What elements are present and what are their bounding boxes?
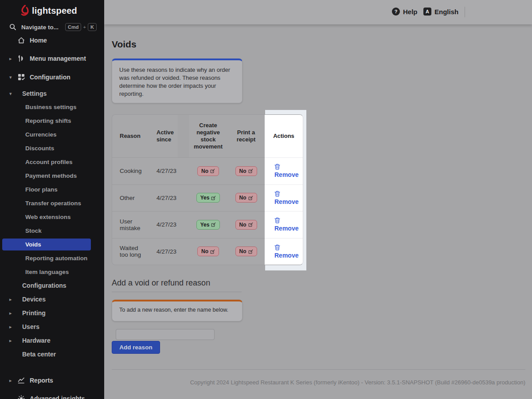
remove-link[interactable]: Remove <box>274 198 298 205</box>
pill-value: No <box>239 168 246 174</box>
help-label: Help <box>403 8 418 16</box>
sidebar-item-label: Voids <box>25 241 41 248</box>
lightspeed-logo[interactable]: lightspeed <box>20 5 77 17</box>
info-text: Use these reasons to indicate why an ord… <box>119 66 235 98</box>
language-icon: A <box>423 8 431 16</box>
sidebar-item-floor-plans[interactable]: Floor plans <box>0 184 104 195</box>
sidebar-item-menu-management[interactable]: ▸ Menu management <box>0 53 104 64</box>
print-receipt-cell: No <box>227 184 265 211</box>
chevron-right-icon: ▸ <box>9 297 12 302</box>
new-reason-input[interactable] <box>116 329 215 340</box>
column-header-print-receipt: Print a receipt <box>227 115 265 157</box>
logo-wordmark: lightspeed <box>32 6 77 16</box>
sidebar-item-hardware[interactable]: ▸Hardware <box>0 335 104 346</box>
menu-management-icon <box>17 55 25 63</box>
sidebar-item-users[interactable]: ▸Users <box>0 321 104 332</box>
search-icon <box>9 23 16 31</box>
sidebar-item-transfer-operations[interactable]: Transfer operations <box>0 197 104 209</box>
edit-icon <box>211 222 216 227</box>
sidebar-item-beta-center[interactable]: Beta center <box>0 348 104 360</box>
sidebar-item-label: Home <box>30 37 47 44</box>
sidebar-item-reporting-shifts[interactable]: Reporting shifts <box>0 115 104 126</box>
sidebar-item-advanced-insights[interactable]: Advanced insights <box>0 393 104 399</box>
sidebar-item-label: Devices <box>22 296 46 303</box>
sidebar-item-settings[interactable]: ▾ Settings <box>0 88 104 99</box>
pill-value: No <box>201 168 208 174</box>
negative-stock-cell: No <box>189 238 227 265</box>
pill-value: Yes <box>200 222 210 228</box>
sidebar-item-item-languages[interactable]: Item languages <box>0 266 104 278</box>
navigate-label: Navigate to... <box>21 24 59 31</box>
sidebar-item-label: Users <box>22 323 39 330</box>
sidebar-item-label: Menu management <box>30 55 86 62</box>
remove-link[interactable]: Remove <box>274 171 298 178</box>
sidebar-item-reporting-automation[interactable]: Reporting automation <box>0 252 104 264</box>
print-receipt-cell: No <box>227 238 265 265</box>
chevron-right-icon: ▸ <box>9 378 12 383</box>
sidebar-item-devices[interactable]: ▸Devices <box>0 293 104 305</box>
trash-icon[interactable] <box>274 191 280 197</box>
sidebar-item-configurations[interactable]: Configurations <box>0 280 104 291</box>
sidebar-item-stock[interactable]: Stock <box>0 225 104 236</box>
navigate-search[interactable]: Navigate to... Cmd + K <box>0 21 104 34</box>
shortcut-keys: Cmd + K <box>65 23 97 31</box>
negative-stock-toggle[interactable]: Yes <box>196 220 220 230</box>
plus-sign: + <box>83 24 86 30</box>
sidebar-item-configuration[interactable]: ▾ Configuration <box>0 71 104 83</box>
trash-icon[interactable] <box>274 164 280 170</box>
sidebar-item-label: Reporting automation <box>25 255 87 262</box>
print-receipt-toggle[interactable]: No <box>235 246 257 256</box>
help-button[interactable]: ? Help <box>392 8 418 16</box>
sidebar-item-voids[interactable]: Voids <box>2 239 91 250</box>
negative-stock-toggle[interactable]: Yes <box>196 193 220 203</box>
column-header-negative-stock: Create negative stock movement <box>189 115 227 157</box>
sidebar-item-web-extensions[interactable]: Web extensions <box>0 211 104 223</box>
add-info-text: To add a new reason, enter the name belo… <box>119 307 235 313</box>
sidebar-item-discounts[interactable]: Discounts <box>0 142 104 154</box>
reason-cell: Waited too long <box>112 238 151 265</box>
print-receipt-toggle[interactable]: No <box>235 166 257 176</box>
page-title: Voids <box>112 39 137 50</box>
sidebar-item-account-profiles[interactable]: Account profiles <box>0 156 104 168</box>
sidebar-item-reports[interactable]: ▸ Reports <box>0 375 104 386</box>
language-button[interactable]: A English <box>423 8 458 16</box>
trash-icon[interactable] <box>274 244 280 250</box>
sidebar-item-label: Reporting shifts <box>25 117 71 124</box>
sidebar-item-home[interactable]: Home <box>0 35 104 46</box>
flame-icon <box>20 5 30 17</box>
remove-link[interactable]: Remove <box>274 252 298 259</box>
sidebar-item-label: Currencies <box>25 131 57 138</box>
negative-stock-toggle[interactable]: No <box>197 246 219 256</box>
sidebar-item-business-settings[interactable]: Business settings <box>0 101 104 113</box>
chevron-down-icon: ▾ <box>9 75 12 80</box>
app-window: lightspeed Navigate to... Cmd + K Home ▸ <box>0 0 532 399</box>
edit-icon <box>248 168 253 173</box>
sidebar-item-currencies[interactable]: Currencies <box>0 129 104 140</box>
print-receipt-toggle[interactable]: No <box>235 220 257 230</box>
pill-value: No <box>239 248 246 254</box>
reason-cell: Other <box>112 184 151 211</box>
chevron-down-icon: ▾ <box>9 91 12 96</box>
sidebar-item-label: Advanced insights <box>30 395 85 399</box>
trash-icon[interactable] <box>274 217 280 223</box>
negative-stock-cell: Yes <box>189 184 227 211</box>
insights-sparkle-icon <box>17 395 25 399</box>
sidebar-item-payment-methods[interactable]: Payment methods <box>0 170 104 181</box>
sidebar-item-label: Account profiles <box>25 159 73 165</box>
sidebar-item-label: Configurations <box>22 282 66 289</box>
reports-icon <box>17 377 25 384</box>
active-since-cell: 4/27/23 <box>151 238 189 265</box>
add-section-title: Add a void or refund reason <box>112 278 210 288</box>
pill-value: Yes <box>200 195 210 201</box>
remove-link[interactable]: Remove <box>274 225 298 232</box>
sidebar-item-printing[interactable]: ▸Printing <box>0 307 104 319</box>
add-info-callout: To add a new reason, enter the name belo… <box>112 300 243 321</box>
edit-icon <box>210 249 215 254</box>
add-reason-button[interactable]: Add reason <box>112 341 160 354</box>
voids-table: Reason Active since Create negative stoc… <box>112 114 303 265</box>
negative-stock-toggle[interactable]: No <box>197 166 219 176</box>
edit-icon <box>211 196 216 200</box>
print-receipt-toggle[interactable]: No <box>235 193 257 203</box>
actions-cell: Remove <box>265 238 303 265</box>
sidebar-item-label: Payment methods <box>25 172 77 179</box>
